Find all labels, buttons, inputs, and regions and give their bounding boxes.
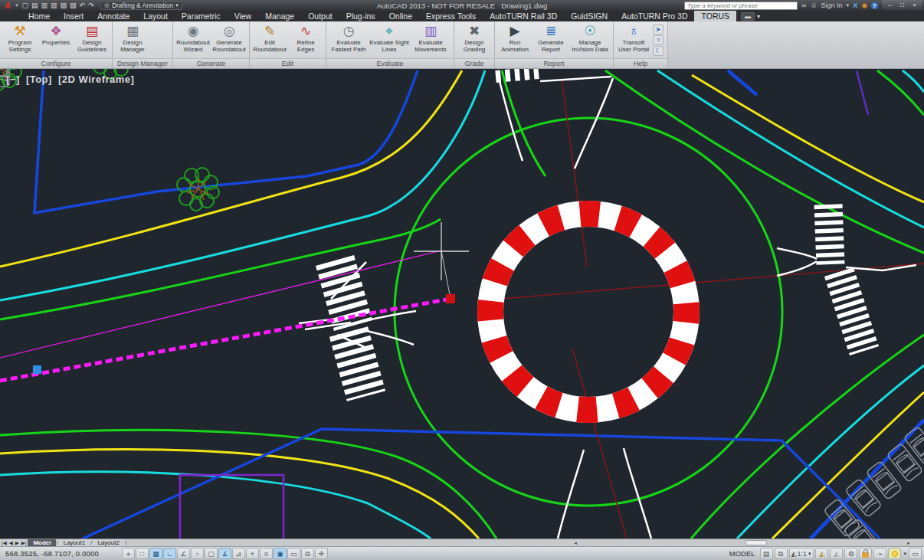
design-manager-button[interactable]: ▦ Design Manager [115,23,150,54]
tab-model[interactable]: Model [28,539,56,546]
ribbon-minimize-caret-icon[interactable]: ▾ [757,13,760,20]
scroll-left-icon[interactable]: ◂ [571,539,580,546]
clean-screen-icon[interactable]: ▭ [909,548,922,559]
annotation-scale-control[interactable]: ◭ 1:1 ▾ [789,548,814,559]
tab-parametric[interactable]: Parametric [175,11,228,21]
coordinate-readout[interactable]: 568.3525, -68.7107, 0.0000 [2,549,116,558]
grip-hot[interactable] [446,294,455,303]
evaluate-movements-button[interactable]: ▥ Evaluate Movements [410,23,451,54]
generate-roundabout-button[interactable]: ◎ Generate Roundabout [211,23,247,54]
undo-icon[interactable]: ↶ [80,2,86,9]
program-settings-button[interactable]: ⚒ Program Settings [2,23,38,54]
exchange-apps-icon[interactable]: X [853,2,857,9]
tab-online[interactable]: Online [382,11,419,21]
tab-manage[interactable]: Manage [258,11,301,21]
tab-home[interactable]: Home [21,11,57,21]
scrollbar-thumb[interactable] [745,540,767,545]
close-button[interactable]: × [909,2,920,9]
evaluate-fastest-path-button[interactable]: ◷ Evaluate Fastest Path [329,23,369,54]
model-space-label[interactable]: MODEL [726,549,759,558]
night-mode-icon[interactable]: ☾ [653,46,664,56]
sign-in-link[interactable]: Sign In [821,2,843,9]
redo-icon[interactable]: ↷ [88,2,94,9]
tab-view[interactable]: View [228,11,259,21]
horizontal-scrollbar[interactable]: ◂ ▸ [126,539,924,546]
dynamic-input-toggle[interactable]: + [246,548,259,559]
lock-icon[interactable] [859,548,872,559]
autocad-logo-icon[interactable]: A [0,1,15,11]
print-icon[interactable]: ▧ [70,2,77,9]
tab-express-tools[interactable]: Express Tools [419,11,483,21]
design-grading-button[interactable]: ✖ Design Grading [457,23,492,54]
tab-guidsign[interactable]: GuidSIGN [564,11,614,21]
annotation-monitor-toggle[interactable]: ✛ [315,548,328,559]
viewport-minimize-control[interactable]: [−] [6,74,20,85]
selected-approach-axis[interactable] [0,251,451,381]
infer-constraints-toggle[interactable]: ⌖ [122,548,135,559]
3d-object-snap-toggle[interactable]: ▢ [205,548,218,559]
edit-roundabout-button[interactable]: ✎ Edit Roundabout [252,23,287,54]
drawing-canvas[interactable]: [−] [Top] [2D Wireframe] [0,69,924,539]
prev-tab-button[interactable]: ◀ [9,540,13,546]
tab-layout[interactable]: Layout [136,11,175,21]
design-guidelines-button[interactable]: ▤ Design Guidelines [74,23,110,54]
transoft-user-portal-button[interactable]: ♁ Transoft User Portal [616,23,651,54]
save-as-icon[interactable]: ▥ [51,2,57,9]
save-icon[interactable]: ▥ [41,2,48,9]
tab-annotate[interactable]: Annotate [90,11,136,21]
workspace-selector[interactable]: ⚙ Drafting & Annotation ▾ [100,2,182,10]
refine-edges-button[interactable]: ∿ Refine Edges [288,23,323,54]
first-tab-button[interactable]: |◀ [2,540,7,546]
hardware-acceleration-icon[interactable]: ⌁ [873,548,886,559]
grip-cold[interactable] [33,365,41,374]
selection-cycling-toggle[interactable]: ⧉ [301,548,314,559]
ortho-mode-toggle[interactable]: ∟ [163,548,176,559]
tab-torus[interactable]: TORUS [694,11,736,21]
snap-mode-toggle[interactable]: ∷ [136,548,149,559]
truck-apron-ring[interactable] [482,205,694,418]
sign-in-caret-icon[interactable]: ▾ [847,2,850,8]
lineweight-toggle[interactable]: ≡ [260,548,273,559]
tab-autoturn-rail-3d[interactable]: AutoTURN Rail 3D [483,11,564,21]
run-animation-button[interactable]: ▶ Run Animation [497,23,532,54]
inscribed-circle[interactable] [395,118,782,506]
generate-report-button[interactable]: ≣ Generate Report [533,23,568,54]
maximize-button[interactable]: □ [896,2,908,9]
annotation-visibility-icon[interactable]: ◭ [815,548,828,559]
annotation-autoscale-icon[interactable]: ◭ [830,548,843,559]
workspace-switching-icon[interactable]: ⚙ [844,548,857,559]
evaluate-sight-lines-button[interactable]: ⌖ Evaluate Sight Lines [369,23,409,54]
isolate-objects-lightbulb-icon[interactable] [888,548,901,559]
communication-center-icon[interactable]: ◉ [861,2,867,9]
last-tab-button[interactable]: ▶| [21,540,27,546]
transparency-toggle[interactable]: ▣ [274,548,287,559]
status-menu-caret-icon[interactable]: ▾ [903,551,907,557]
tab-autoturn-pro-3d[interactable]: AutoTURN Pro 3D [614,11,694,21]
tab-insert[interactable]: Insert [57,11,90,21]
roundabout-wizard-button[interactable]: ◉ Roundabout Wizard [175,23,211,54]
plot-preview-icon[interactable]: ▨ [61,2,67,9]
next-tab-button[interactable]: ▶ [15,540,19,546]
model-space-icon[interactable]: ▤ [760,548,773,559]
app-menu-caret-icon[interactable]: ▾ [15,2,18,8]
new-file-icon[interactable]: ▢ [22,2,29,9]
search-input[interactable] [684,2,798,10]
tab-plugins[interactable]: Plug-ins [339,11,382,21]
open-file-icon[interactable]: ▤ [31,2,38,9]
properties-button[interactable]: ❖ Properties [38,23,74,47]
search-icon[interactable]: ∞ [801,2,806,9]
manage-invision-data-button[interactable]: ☉ Manage InVision Data [569,23,611,54]
object-snap-toggle[interactable]: ▫ [191,548,204,559]
object-snap-tracking-toggle[interactable]: ∡ [218,548,231,559]
tab-layout2[interactable]: Layout2 [92,539,124,546]
ribbon-minimize-icon[interactable]: ▬ [741,12,755,21]
viewport-style-control[interactable]: [2D Wireframe] [58,74,134,85]
transoft-eye-icon[interactable]: ➤ [653,25,664,34]
grid-display-toggle[interactable]: ▦ [149,548,162,559]
quick-properties-toggle[interactable]: ▭ [287,548,300,559]
dynamic-ucs-toggle[interactable]: ⊿ [232,548,245,559]
tab-output[interactable]: Output [301,11,339,21]
help-icon[interactable]: ? [871,2,878,9]
minimize-button[interactable]: – [884,2,896,9]
viewport-view-control[interactable]: [Top] [26,74,52,85]
